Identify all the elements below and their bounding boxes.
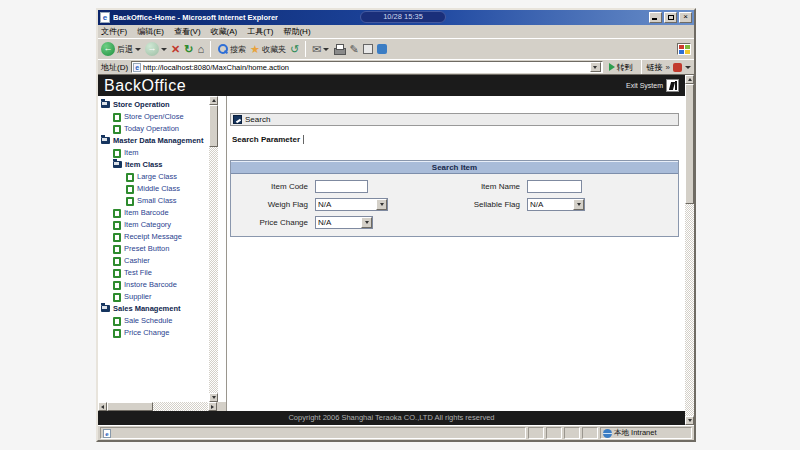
- chevron-down-icon[interactable]: [361, 217, 372, 228]
- sidebar-item[interactable]: Master Data Management: [98, 135, 209, 147]
- history-button[interactable]: ↺: [290, 42, 299, 56]
- back-label: 后退: [117, 44, 133, 55]
- sidebar-item-label: Preset Button: [124, 244, 207, 254]
- close-button[interactable]: ×: [679, 12, 692, 23]
- sidebar-item[interactable]: Cashier: [98, 255, 209, 267]
- favorites-button[interactable]: ★ 收藏夹: [250, 42, 286, 56]
- doc-icon: [113, 293, 121, 302]
- sidebar-item[interactable]: Item Category: [98, 219, 209, 231]
- item-name-label: Item Name: [463, 182, 527, 191]
- web-page: BackOffice Exit System Store Operation: [98, 75, 685, 425]
- scroll-down-button[interactable]: [209, 393, 218, 402]
- status-pane: [546, 427, 562, 439]
- scroll-up-button[interactable]: [685, 75, 694, 84]
- sidebar-item[interactable]: Today Operation: [98, 123, 209, 135]
- search-tabbar: Search: [230, 113, 679, 126]
- forward-dropdown-icon[interactable]: [161, 48, 167, 51]
- sidebar-item[interactable]: Middle Class: [98, 183, 209, 195]
- sidebar-item[interactable]: Supplier: [98, 291, 209, 303]
- status-main-pane: e: [100, 427, 526, 439]
- weigh-flag-select[interactable]: N/A: [315, 198, 388, 211]
- sidebar-item[interactable]: Receipt Message: [98, 231, 209, 243]
- sellable-flag-value: N/A: [528, 200, 573, 209]
- forward-button[interactable]: →: [145, 42, 167, 56]
- sidebar-item[interactable]: Sale Schedule: [98, 315, 209, 327]
- restore-button[interactable]: [664, 12, 677, 23]
- sidebar-item[interactable]: Instore Barcode: [98, 279, 209, 291]
- sidebar-item[interactable]: Test File: [98, 267, 209, 279]
- scroll-down-button[interactable]: [685, 416, 694, 425]
- zone-label: 本地 Intranet: [614, 428, 657, 438]
- sidebar-item[interactable]: Price Change: [98, 327, 209, 339]
- item-name-field[interactable]: [527, 180, 582, 193]
- home-button[interactable]: ⌂: [197, 42, 204, 56]
- back-dropdown-icon[interactable]: [135, 48, 141, 51]
- folder-icon: [101, 101, 110, 108]
- discuss-button[interactable]: [363, 44, 373, 54]
- security-zone-pane: 本地 Intranet: [600, 427, 692, 439]
- browser-vertical-scrollbar[interactable]: [685, 75, 694, 425]
- sidebar-item[interactable]: Store Open/Close: [98, 111, 209, 123]
- sidebar-item[interactable]: Small Class: [98, 195, 209, 207]
- address-dropdown-button[interactable]: [590, 62, 601, 72]
- toolbar: ← 后退 → ✕ ↻ ⌂ 搜索 ★ 收藏夹 ↺ ✉ ✎: [98, 38, 694, 59]
- sidebar-item[interactable]: Sales Management: [98, 303, 209, 315]
- scrollbar-thumb[interactable]: [209, 105, 218, 147]
- messenger-button[interactable]: [377, 44, 387, 54]
- sidebar-vertical-scrollbar[interactable]: [209, 96, 218, 402]
- chevron-down-icon[interactable]: [376, 199, 387, 210]
- scrollbar-thumb[interactable]: [685, 84, 694, 204]
- sidebar-item[interactable]: Item Barcode: [98, 207, 209, 219]
- sidebar-item[interactable]: Store Operation: [98, 99, 209, 111]
- tab-search-parameter[interactable]: Search Parameter: [232, 135, 304, 144]
- menubar: 文件(F)编辑(E)查看(V)收藏(A)工具(T)帮助(H): [98, 25, 694, 38]
- menu-item[interactable]: 工具(T): [247, 26, 273, 37]
- scrollbar-thumb[interactable]: [107, 402, 153, 411]
- sidebar-item[interactable]: Item: [98, 147, 209, 159]
- address-input[interactable]: e http://localhost:8080/MaxChain/home.ac…: [131, 61, 602, 73]
- menu-item[interactable]: 收藏(A): [211, 26, 238, 37]
- minimize-button[interactable]: [649, 12, 662, 23]
- exit-system-link[interactable]: Exit System: [626, 79, 679, 92]
- edit-button[interactable]: ✎: [349, 42, 358, 56]
- links-chevron[interactable]: »: [666, 63, 670, 72]
- sidebar-item-label: Today Operation: [124, 124, 207, 134]
- toolbar-separator: [305, 41, 306, 57]
- go-button[interactable]: 转到: [606, 61, 636, 74]
- menu-item[interactable]: 编辑(E): [137, 26, 164, 37]
- print-button[interactable]: [333, 44, 345, 55]
- chevron-down-icon[interactable]: [573, 199, 584, 210]
- toolbar-separator: [210, 41, 211, 57]
- go-arrow-icon: [609, 63, 615, 71]
- discuss-icon: [363, 44, 373, 54]
- menu-item[interactable]: 文件(F): [101, 26, 127, 37]
- doc-icon: [113, 221, 121, 230]
- sellable-flag-select[interactable]: N/A: [527, 198, 585, 211]
- sidebar-item[interactable]: Preset Button: [98, 243, 209, 255]
- menu-item[interactable]: 帮助(H): [283, 26, 310, 37]
- mail-button[interactable]: ✉: [312, 42, 329, 56]
- titlebar: e BackOffice-Home - Microsoft Internet E…: [98, 10, 694, 25]
- addon-icon[interactable]: [673, 63, 682, 72]
- sidebar-item-label: Store Operation: [113, 100, 207, 110]
- links-label[interactable]: 链接: [647, 62, 663, 73]
- scroll-right-button[interactable]: [208, 402, 217, 411]
- statusbar: e 本地 Intranet: [98, 425, 694, 440]
- sidebar-horizontal-scrollbar[interactable]: [98, 402, 217, 411]
- stop-button[interactable]: ✕: [171, 42, 180, 56]
- sidebar-item[interactable]: Item Class: [98, 159, 209, 171]
- search-button[interactable]: 搜索: [217, 43, 246, 55]
- mail-icon: ✉: [312, 42, 321, 56]
- addon-dropdown-icon[interactable]: [685, 66, 691, 69]
- back-button[interactable]: ← 后退: [101, 42, 141, 56]
- scroll-left-button[interactable]: [98, 402, 107, 411]
- ie-page-icon: e: [133, 63, 141, 72]
- scroll-up-button[interactable]: [209, 96, 218, 105]
- item-code-field[interactable]: [315, 180, 368, 193]
- doc-icon: [113, 125, 121, 134]
- menu-item[interactable]: 查看(V): [174, 26, 201, 37]
- refresh-button[interactable]: ↻: [184, 42, 193, 56]
- price-change-select[interactable]: N/A: [315, 216, 373, 229]
- sidebar-item[interactable]: Large Class: [98, 171, 209, 183]
- mail-dropdown-icon[interactable]: [323, 48, 329, 51]
